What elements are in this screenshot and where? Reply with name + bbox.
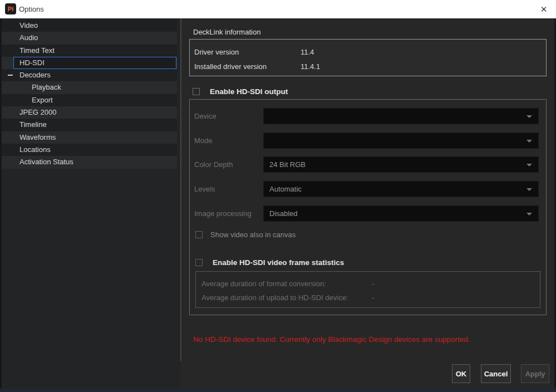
enable-output-label: Enable HD-SDI output	[210, 86, 288, 97]
image-processing-label: Image processing	[194, 205, 252, 222]
color-depth-field-row: Color Depth 24 Bit RGB	[190, 156, 546, 173]
error-message: No HD-SDI device found. Currently only B…	[193, 335, 470, 344]
sidebar-item-jpeg-2000[interactable]: JPEG 2000	[2, 106, 177, 119]
mode-field-row: Mode	[190, 133, 546, 149]
chevron-down-icon	[527, 140, 532, 143]
app-icon: Pi	[5, 3, 16, 14]
decklink-info-box: Driver version 11.4 Installed driver ver…	[189, 39, 547, 76]
driver-version-value: 11.4	[301, 47, 314, 58]
format-conversion-row: Average duration of format conversion: -	[196, 278, 540, 290]
color-depth-dropdown[interactable]: 24 Bit RGB	[263, 156, 539, 173]
sidebar-item-label: Locations	[2, 144, 177, 156]
format-conversion-value: -	[372, 278, 374, 290]
sidebar-divider	[180, 18, 181, 361]
sidebar-item-video[interactable]: Video	[2, 19, 177, 32]
installed-driver-version-label: Installed driver version	[194, 61, 267, 72]
show-in-canvas-label: Show video also in canvas	[210, 230, 296, 240]
sidebar-item-label: Timeline	[2, 119, 177, 131]
sidebar-item-label: Playback	[2, 81, 177, 94]
chevron-down-icon	[527, 188, 532, 191]
enable-stats-label: Enable HD-SDI video frame statistics	[213, 258, 344, 268]
color-depth-label: Color Depth	[194, 156, 233, 173]
driver-version-label: Driver version	[194, 47, 239, 58]
decklink-info-title: DeckLink information	[193, 28, 260, 36]
sidebar-item-audio[interactable]: Audio	[2, 32, 177, 44]
sidebar-item-label: HD-SDI	[2, 57, 177, 69]
window-title: Options	[19, 0, 44, 18]
window-border-bottom	[0, 389, 556, 392]
installed-driver-version-value: 11.4.1	[301, 61, 320, 72]
hd-sdi-output-group: Device Mode Color Depth 24 Bit RGB Level…	[189, 99, 547, 315]
sidebar-item-timed-text[interactable]: Timed Text	[2, 45, 177, 57]
sidebar-item-label: Waveforms	[2, 131, 177, 144]
sidebar-item-label: Export	[2, 94, 177, 106]
levels-label: Levels	[194, 181, 215, 197]
close-icon[interactable]: ✕	[536, 0, 552, 18]
chevron-down-icon	[527, 164, 532, 166]
upload-duration-label: Average duration of upload to HD-SDI dev…	[201, 292, 348, 303]
chevron-down-icon	[527, 115, 532, 118]
upload-duration-row: Average duration of upload to HD-SDI dev…	[196, 292, 540, 303]
sidebar-item-label: Timed Text	[2, 45, 177, 57]
device-label: Device	[194, 108, 217, 124]
levels-dropdown[interactable]: Automatic	[263, 181, 539, 197]
device-field-row: Device	[190, 108, 546, 124]
enable-stats-checkbox[interactable]	[195, 259, 203, 266]
driver-version-row: Driver version 11.4	[190, 47, 546, 58]
sidebar-item-activation-status[interactable]: Activation Status	[2, 156, 177, 168]
sidebar-item-label: Video	[2, 19, 177, 32]
sidebar-item-hd-sdi[interactable]: HD-SDI	[2, 57, 177, 69]
sidebar-item-label: Decoders	[2, 69, 177, 81]
sidebar-item-decoders[interactable]: Decoders	[2, 69, 177, 81]
image-processing-value: Disabled	[269, 206, 298, 221]
color-depth-value: 24 Bit RGB	[269, 157, 306, 172]
chevron-down-icon	[527, 213, 532, 215]
sidebar-item-waveforms[interactable]: Waveforms	[2, 131, 177, 144]
sidebar-item-playback[interactable]: Playback	[2, 81, 177, 94]
mode-label: Mode	[194, 133, 213, 149]
options-dialog: Pi Options ✕ Video Audio Timed Text HD-S…	[0, 0, 556, 392]
sidebar: Video Audio Timed Text HD-SDI Decoders P…	[2, 19, 177, 169]
mode-dropdown[interactable]	[263, 133, 539, 149]
ok-button[interactable]: OK	[452, 364, 470, 383]
sidebar-item-export[interactable]: Export	[2, 94, 177, 106]
show-in-canvas-checkbox[interactable]	[195, 231, 203, 238]
image-processing-dropdown[interactable]: Disabled	[263, 205, 539, 222]
cancel-button[interactable]: Cancel	[481, 364, 511, 383]
upload-duration-value: -	[372, 292, 374, 303]
sidebar-item-label: JPEG 2000	[2, 106, 177, 119]
frame-statistics-box: Average duration of format conversion: -…	[195, 271, 540, 308]
apply-button[interactable]: Apply	[521, 364, 549, 383]
enable-output-checkbox[interactable]	[193, 88, 200, 95]
levels-value: Automatic	[269, 182, 302, 197]
sidebar-item-locations[interactable]: Locations	[2, 144, 177, 156]
device-dropdown[interactable]	[263, 108, 539, 124]
sidebar-item-label: Audio	[2, 32, 177, 44]
title-bar[interactable]: Pi Options ✕	[0, 0, 556, 18]
installed-driver-version-row: Installed driver version 11.4.1	[190, 61, 546, 72]
levels-field-row: Levels Automatic	[190, 181, 546, 197]
format-conversion-label: Average duration of format conversion:	[201, 278, 326, 290]
image-processing-field-row: Image processing Disabled	[190, 205, 546, 222]
sidebar-item-label: Activation Status	[2, 156, 177, 168]
sidebar-item-timeline[interactable]: Timeline	[2, 119, 177, 131]
